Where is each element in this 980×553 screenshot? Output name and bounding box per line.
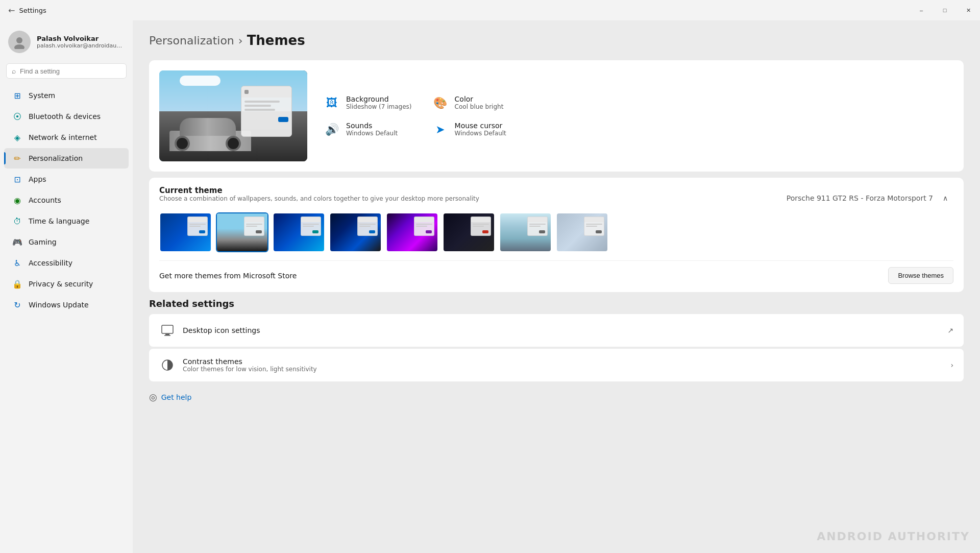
thumb-mini-window-2 xyxy=(244,217,264,236)
nav-icon-apps: ⊡ xyxy=(12,174,22,184)
thumb-bg-1 xyxy=(160,213,211,251)
svg-point-1 xyxy=(14,44,24,49)
thumb-mini-btn-area-6 xyxy=(482,230,488,233)
nav-icon-gaming: 🎮 xyxy=(12,237,22,247)
thumb-mini-btn-area-8 xyxy=(596,230,602,233)
thumb-mini-window-7 xyxy=(527,217,548,236)
get-help-row[interactable]: ◎ Get help xyxy=(149,383,964,411)
thumb-bg-7 xyxy=(500,213,551,251)
thumb-mini-header-6 xyxy=(471,217,491,222)
theme-header-card: 🖼 Background Slideshow (7 images) 🎨 Colo… xyxy=(149,60,964,172)
thumb-line-2 xyxy=(416,226,427,227)
color-info: Color Cool blue bright xyxy=(455,95,504,110)
thumb-bg-2 xyxy=(217,213,267,251)
sidebar-item-gaming[interactable]: 🎮 Gaming xyxy=(4,232,129,252)
nav-icon-accounts: ◉ xyxy=(12,195,22,205)
thumb-line-1 xyxy=(473,224,489,225)
thumb-mini-btn-area-3 xyxy=(312,230,318,233)
user-name: Palash Volvoikar xyxy=(37,35,124,42)
thumb-mini-lines-7 xyxy=(528,222,547,229)
thumb-mini-header-3 xyxy=(301,217,321,222)
themes-grid xyxy=(159,212,953,252)
breadcrumb-parent[interactable]: Personalization xyxy=(149,34,234,47)
nav-label-network: Network & internet xyxy=(29,133,97,141)
nav-icon-windows-update: ↻ xyxy=(12,300,22,310)
thumb-mini-btn-area-1 xyxy=(199,230,205,233)
thumb-mini-header-1 xyxy=(188,217,207,222)
sidebar-item-time-language[interactable]: ⏱ Time & language xyxy=(4,211,129,231)
sidebar-item-system[interactable]: ⊞ System xyxy=(4,85,129,106)
theme-thumbnail-7[interactable] xyxy=(499,212,552,252)
theme-attr-color[interactable]: 🎨 Color Cool blue bright xyxy=(432,94,521,111)
thumb-line-2 xyxy=(586,226,597,227)
maximize-button[interactable]: □ xyxy=(933,0,957,20)
help-icon: ◎ xyxy=(149,392,157,402)
sidebar-item-bluetooth[interactable]: ⦿ Bluetooth & devices xyxy=(4,106,129,127)
theme-thumbnail-5[interactable] xyxy=(386,212,438,252)
thumb-mini-lines-8 xyxy=(584,222,604,229)
thumb-mini-btn-8 xyxy=(596,230,602,233)
user-profile[interactable]: Palash Volvoikar palash.volvoikar@androi… xyxy=(0,25,133,63)
sounds-value: Windows Default xyxy=(346,130,398,137)
thumb-mini-header-7 xyxy=(528,217,547,222)
theme-thumbnail-3[interactable] xyxy=(273,212,325,252)
minimize-button[interactable]: – xyxy=(910,0,933,20)
theme-thumbnail-4[interactable] xyxy=(329,212,382,252)
desktop-icon-settings-item[interactable]: Desktop icon settings ↗ xyxy=(149,314,964,347)
close-button[interactable]: ✕ xyxy=(957,0,980,20)
nav-list: ⊞ System ⦿ Bluetooth & devices ◈ Network… xyxy=(0,85,133,316)
sidebar-item-privacy[interactable]: 🔒 Privacy & security xyxy=(4,274,129,294)
theme-thumbnail-8[interactable] xyxy=(556,212,608,252)
current-theme-header-left: Current theme Choose a combination of wa… xyxy=(159,186,479,210)
search-box[interactable]: ⌕ xyxy=(6,63,127,79)
theme-thumbnail-1[interactable] xyxy=(159,212,212,252)
sounds-icon: 🔊 xyxy=(324,121,340,137)
svg-point-0 xyxy=(16,37,22,43)
thumb-mini-btn-area-5 xyxy=(426,230,432,233)
sidebar-item-network[interactable]: ◈ Network & internet xyxy=(4,127,129,148)
thumb-mini-btn-7 xyxy=(539,230,545,233)
nav-label-accounts: Accounts xyxy=(29,196,61,204)
title-bar-title: Settings xyxy=(19,7,46,14)
preview-line-1 xyxy=(244,101,280,103)
thumb-bg-4 xyxy=(330,213,381,251)
collapse-button[interactable]: ∧ xyxy=(937,190,953,206)
cursor-info: Mouse cursor Windows Default xyxy=(455,122,506,137)
contrast-themes-item[interactable]: Contrast themes Color themes for low vis… xyxy=(149,349,964,381)
contrast-themes-label: Contrast themes xyxy=(183,357,317,366)
sidebar-item-windows-update[interactable]: ↻ Windows Update xyxy=(4,295,129,315)
thumb-line-1 xyxy=(586,224,602,225)
thumb-mini-btn-3 xyxy=(312,230,318,233)
nav-label-privacy: Privacy & security xyxy=(29,280,93,288)
nav-label-personalization: Personalization xyxy=(29,154,83,162)
theme-attr-cursor[interactable]: ➤ Mouse cursor Windows Default xyxy=(432,121,521,137)
sidebar-item-accessibility[interactable]: ♿ Accessibility xyxy=(4,253,129,273)
title-bar: ← Settings – □ ✕ xyxy=(0,0,980,20)
thumb-mini-header-4 xyxy=(358,217,377,222)
search-input[interactable] xyxy=(20,67,121,75)
browse-themes-button[interactable]: Browse themes xyxy=(888,267,953,284)
theme-attr-sounds[interactable]: 🔊 Sounds Windows Default xyxy=(324,121,412,137)
theme-attr-background[interactable]: 🖼 Background Slideshow (7 images) xyxy=(324,94,412,111)
title-bar-back-icon[interactable]: ← xyxy=(8,6,15,15)
theme-thumbnail-2[interactable] xyxy=(216,212,268,252)
current-theme-header: Current theme Choose a combination of wa… xyxy=(159,186,953,210)
search-icon: ⌕ xyxy=(12,67,16,75)
get-themes-row: Get more themes from Microsoft Store Bro… xyxy=(159,260,953,284)
preview-btn-area xyxy=(241,116,291,123)
nav-icon-personalization: ✏ xyxy=(12,153,22,163)
nav-icon-bluetooth: ⦿ xyxy=(12,111,22,122)
sidebar-item-accounts[interactable]: ◉ Accounts xyxy=(4,190,129,210)
preview-car xyxy=(169,115,251,151)
thumb-mini-lines-2 xyxy=(244,222,264,229)
thumb-line-2 xyxy=(303,226,314,227)
sidebar: Palash Volvoikar palash.volvoikar@androi… xyxy=(0,20,133,553)
sidebar-item-apps[interactable]: ⊡ Apps xyxy=(4,169,129,189)
theme-thumbnail-6[interactable] xyxy=(443,212,495,252)
thumb-line-1 xyxy=(529,224,546,225)
svg-rect-3 xyxy=(165,334,169,335)
current-theme-card: Current theme Choose a combination of wa… xyxy=(149,178,964,292)
thumb-line-2 xyxy=(529,226,541,227)
sidebar-item-personalization[interactable]: ✏ Personalization xyxy=(4,148,129,169)
get-help-link[interactable]: Get help xyxy=(161,393,192,401)
